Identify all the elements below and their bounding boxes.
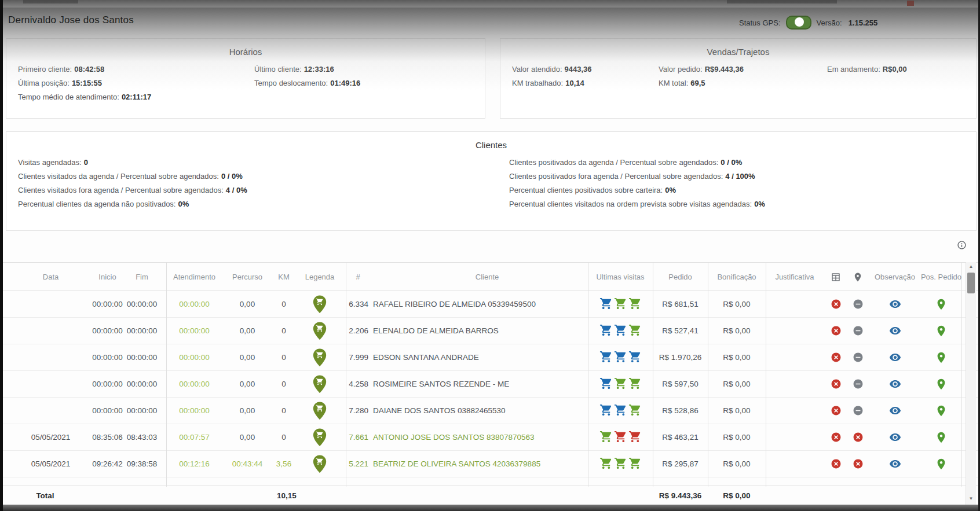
browser-edge-strip: [0, 0, 980, 8]
cell-pedido: R$ 463,21: [653, 424, 707, 451]
visit-cart-icon[interactable]: [628, 430, 642, 445]
pos-pedido-pin-icon[interactable]: [919, 371, 964, 398]
pos-pedido-pin-icon[interactable]: [919, 451, 964, 477]
info-icon[interactable]: [957, 240, 967, 250]
visit-cart-icon[interactable]: [613, 323, 628, 339]
cell-pedido: R$ 295,87: [653, 451, 707, 477]
cell-client-number: 6.334: [348, 291, 368, 318]
observation-eye-icon[interactable]: [872, 451, 917, 477]
pos-pedido-pin-icon[interactable]: [919, 424, 964, 451]
cell-data: [17, 318, 84, 344]
title-bar: Dernivaldo Jose dos Santos Status GPS: V…: [0, 8, 980, 35]
observation-eye-icon[interactable]: [872, 398, 917, 424]
visit-cart-icon[interactable]: [613, 457, 628, 472]
visit-cart-icon[interactable]: [613, 377, 628, 392]
cell-bonificacao: R$ 0,00: [708, 344, 765, 371]
visit-cart-icon[interactable]: [628, 323, 642, 339]
visit-cart-icon[interactable]: [613, 430, 628, 445]
cell-data: [17, 344, 84, 371]
visit-cart-icon[interactable]: [599, 377, 613, 392]
col-header-observacao: Observação: [872, 263, 917, 292]
observation-eye-icon[interactable]: [872, 424, 917, 451]
scroll-up-arrow[interactable]: ▲: [966, 262, 976, 271]
status-x-icon: [825, 318, 847, 344]
visit-cart-icon[interactable]: [628, 457, 642, 472]
observation-eye-icon[interactable]: [872, 344, 917, 371]
cell-client-number: 7.661: [348, 424, 368, 451]
last-visits-carts[interactable]: [588, 318, 652, 344]
stat-line: Percentual clientes da agenda não positi…: [18, 197, 509, 211]
status-minus-icon: [847, 344, 869, 371]
versao-label: Versão:: [817, 19, 842, 27]
clientes-panel: Clientes Visitas agendadas:0Clientes pos…: [6, 131, 977, 231]
visit-cart-icon[interactable]: [599, 457, 613, 472]
observation-eye-icon[interactable]: [872, 318, 917, 344]
last-visits-carts[interactable]: [588, 344, 652, 371]
visit-cart-icon[interactable]: [599, 403, 613, 418]
clientes-title: Clientes: [6, 132, 976, 150]
scroll-down-arrow[interactable]: ▼: [966, 494, 976, 503]
visit-cart-icon[interactable]: [628, 403, 642, 418]
col-header-fim: Fim: [122, 263, 162, 292]
status-minus-icon: [847, 371, 869, 398]
status-x-icon: [847, 451, 869, 477]
observation-eye-icon[interactable]: [872, 291, 917, 318]
visit-cart-icon[interactable]: [599, 323, 613, 339]
cell-data: [17, 291, 84, 318]
last-visits-carts[interactable]: [588, 291, 652, 318]
cell-bonificacao: R$ 0,00: [708, 291, 765, 318]
scrollbar-thumb[interactable]: [967, 273, 975, 293]
status-minus-icon: [847, 318, 869, 344]
pos-pedido-pin-icon[interactable]: [919, 344, 964, 371]
cell-atendimento: 00:00:00: [167, 398, 222, 424]
gps-toggle[interactable]: [786, 16, 811, 30]
pos-pedido-pin-icon[interactable]: [919, 398, 964, 424]
table-row: 00:00:00 00:00:00 00:00:00 0,00 0 4.258 …: [0, 371, 980, 398]
legend-pin-cart-icon: [297, 318, 343, 344]
stat-line: Valor pedido:R$9.443,36: [659, 63, 827, 76]
column-divider: [961, 262, 962, 487]
table-header-row: Data Inicio Fim Atendimento Percurso KM …: [0, 262, 980, 291]
cell-client-name: RAFAEL RIBEIRO DE ALMEIDA 05339459500: [373, 291, 586, 318]
stat-line: Clientes positivados fora agenda / Perce…: [509, 170, 964, 183]
visit-cart-icon[interactable]: [599, 297, 613, 312]
visit-cart-icon[interactable]: [599, 350, 613, 365]
legend-pin-cart-icon: [297, 291, 343, 318]
legend-pin-cart-icon: [297, 371, 343, 398]
cell-km: 0: [272, 398, 295, 424]
col-header-atendimento: Atendimento: [167, 263, 222, 292]
vertical-scrollbar[interactable]: ▲ ▼: [966, 262, 976, 505]
visit-cart-icon[interactable]: [599, 430, 613, 445]
visit-cart-icon[interactable]: [628, 297, 642, 312]
last-visits-carts[interactable]: [588, 371, 652, 398]
column-divider: [166, 262, 167, 487]
cell-km: 0: [272, 424, 295, 451]
map-pin-header-icon: [847, 263, 869, 292]
visit-cart-icon[interactable]: [628, 377, 642, 392]
vendas-title: Vendas/Trajetos: [500, 39, 976, 57]
visit-cart-icon[interactable]: [613, 403, 628, 418]
visit-cart-icon[interactable]: [613, 297, 628, 312]
cell-bonificacao: R$ 0,00: [708, 371, 765, 398]
cell-atendimento: 00:00:00: [167, 344, 222, 371]
pos-pedido-pin-icon[interactable]: [919, 318, 964, 344]
col-header-data: Data: [17, 263, 84, 292]
stat-line: Primeiro cliente:08:42:58: [18, 63, 254, 76]
cell-km: 0: [272, 318, 295, 344]
visit-cart-icon[interactable]: [628, 350, 642, 365]
cell-pedido: R$ 527,41: [653, 318, 707, 344]
cell-data: 05/05/2021: [17, 451, 84, 477]
last-visits-carts[interactable]: [588, 451, 652, 477]
last-visits-carts[interactable]: [588, 398, 652, 424]
last-visits-carts[interactable]: [588, 424, 652, 451]
stat-line: Clientes visitados fora agenda / Percent…: [18, 183, 509, 197]
cell-client-name: EDSON SANTANA ANDRADE: [373, 344, 586, 371]
stat-line: KM total:69,5: [659, 76, 827, 90]
cell-client-number: 7.280: [348, 398, 368, 424]
table-row: 00:00:00 00:00:00 00:00:00 0,00 0 2.206 …: [0, 318, 980, 344]
cell-atendimento: 00:07:57: [167, 424, 222, 451]
visit-cart-icon[interactable]: [613, 350, 628, 365]
pos-pedido-pin-icon[interactable]: [919, 291, 964, 318]
observation-eye-icon[interactable]: [872, 371, 917, 398]
cell-bonificacao: R$ 0,00: [708, 424, 765, 451]
